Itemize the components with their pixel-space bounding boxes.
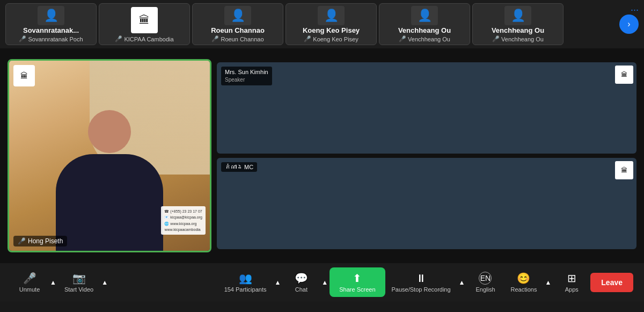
chat-caret[interactable]: ▲	[320, 277, 330, 288]
start-video-button[interactable]: 📷 Start Video	[58, 269, 100, 296]
khmer-speaker-tag: តំណាង MC	[221, 162, 257, 172]
participant-sub-4: 🎤 Koeng Keo Pisey	[304, 35, 358, 42]
main-video-area: 🏛 ☎ (+855) 23 23 17 07 📧 kicpaa@kicpaa.o…	[0, 48, 644, 263]
unmute-group: 🎤 Unmute ▲	[11, 269, 58, 296]
strip-next-arrow[interactable]: ›	[619, 14, 639, 34]
large-video-logo: 🏛	[13, 65, 35, 86]
participants-button[interactable]: 👥 154 Participants	[218, 269, 273, 296]
speaker-tag-1: Mrs. Sun Kimhin Speaker	[221, 67, 272, 85]
medium-video-logo-1: 🏛	[615, 66, 633, 84]
unmute-label: Unmute	[19, 286, 40, 293]
pause-recording-button[interactable]: ⏸ Pause/Stop Recording	[385, 269, 457, 296]
chat-group: 💬 Chat ▲	[282, 269, 330, 296]
language-icon: EN	[479, 272, 492, 285]
participant-name-5: Venchheang Ou	[398, 26, 451, 34]
apps-icon: ⊞	[567, 272, 576, 285]
reactions-icon: 😊	[517, 272, 530, 285]
main-speaker-video: 🏛 ☎ (+855) 23 23 17 07 📧 kicpaa@kicpaa.o…	[8, 59, 211, 252]
participants-label: 154 Participants	[224, 286, 267, 293]
chat-label: Chat	[295, 286, 308, 293]
participant-thumb-4[interactable]: 👤 Koeng Keo Pisey 🎤 Koeng Keo Pisey	[286, 3, 377, 45]
share-screen-label: Share Screen	[339, 286, 375, 293]
recording-group: ⏸ Pause/Stop Recording ▲	[385, 269, 467, 296]
large-video-nametag: 🎤 Hong Piseth	[13, 236, 67, 246]
apps-button[interactable]: ⊞ Apps	[553, 269, 590, 296]
participant-sub-6: 🎤 Venchheang Ou	[492, 35, 544, 42]
secondary-video-1: Mrs. Sun Kimhin Speaker 🏛 🎤 Kimhin Sun ·…	[217, 62, 636, 154]
participant-thumb-5[interactable]: 👤 Venchheang Ou 🎤 Venchheang Ou	[379, 3, 470, 45]
apps-label: Apps	[565, 286, 579, 293]
secondary-video-2: តំណាង MC 🏛 🎤 Y Mengchendapich	[217, 158, 636, 249]
participant-name-3: Roeun Channao	[211, 26, 265, 34]
participant-sub-1: 🎤 Sovannratanak Poch	[19, 35, 83, 42]
reactions-group: 😊 Reactions ▲	[504, 269, 553, 296]
english-button[interactable]: EN English	[466, 269, 504, 296]
toolbar: 🎤 Unmute ▲ 📷 Start Video ▲ 👥 154 Partici…	[0, 263, 644, 301]
more-options-button[interactable]: ···	[631, 4, 639, 16]
participants-group: 👥 154 Participants ▲	[218, 269, 283, 296]
microphone-muted-icon: 🎤	[23, 272, 36, 285]
participant-sub-3: 🎤 Roeun Channao	[211, 35, 264, 42]
start-video-label: Start Video	[64, 286, 93, 293]
unmute-caret[interactable]: ▲	[48, 277, 58, 288]
participant-sub-2: 🎤 KICPAA Cambodia	[115, 35, 173, 42]
participant-name-4: Koeng Keo Pisey	[303, 26, 360, 34]
participant-logo-2: 🏛	[131, 7, 158, 33]
share-screen-icon: ⬆	[353, 272, 362, 285]
share-screen-button[interactable]: ⬆ Share Screen	[330, 267, 385, 297]
participant-strip: ··· 👤 Sovannratanak... 🎤 Sovannratanak P…	[0, 0, 644, 48]
start-video-group: 📷 Start Video ▲	[58, 269, 109, 296]
chat-icon: 💬	[295, 272, 308, 285]
participant-name-1: Sovannratanak...	[23, 26, 79, 34]
reactions-caret[interactable]: ▲	[543, 277, 553, 288]
participant-thumb-6[interactable]: 👤 Venchheang Ou 🎤 Venchheang Ou	[472, 3, 564, 45]
medium-video-logo-2: 🏛	[615, 161, 633, 179]
participant-thumb-1[interactable]: 👤 Sovannratanak... 🎤 Sovannratanak Poch	[5, 3, 97, 45]
info-card: ☎ (+855) 23 23 17 07 📧 kicpaa@kicpaa.org…	[161, 206, 206, 235]
participant-thumb-2[interactable]: 🏛 🎤 KICPAA Cambodia	[99, 3, 190, 45]
chat-button[interactable]: 💬 Chat	[282, 269, 320, 296]
video-caret[interactable]: ▲	[100, 277, 109, 288]
pause-recording-label: Pause/Stop Recording	[392, 286, 451, 293]
participant-thumb-3[interactable]: 👤 Roeun Channao 🎤 Roeun Channao	[192, 3, 283, 45]
unmute-button[interactable]: 🎤 Unmute	[11, 269, 48, 296]
pause-icon: ⏸	[416, 272, 427, 285]
recording-caret[interactable]: ▲	[457, 277, 467, 288]
reactions-button[interactable]: 😊 Reactions	[504, 269, 543, 296]
participants-icon: 👥	[239, 272, 252, 285]
participant-name-6: Venchheang Ou	[492, 26, 544, 34]
english-label: English	[475, 286, 495, 293]
participants-caret[interactable]: ▲	[273, 277, 282, 288]
reactions-label: Reactions	[510, 286, 537, 293]
participant-sub-5: 🎤 Venchheang Ou	[399, 35, 450, 42]
camera-icon: 📷	[72, 272, 86, 285]
secondary-videos: Mrs. Sun Kimhin Speaker 🏛 🎤 Kimhin Sun ·…	[217, 62, 636, 249]
leave-button[interactable]: Leave	[590, 273, 633, 292]
